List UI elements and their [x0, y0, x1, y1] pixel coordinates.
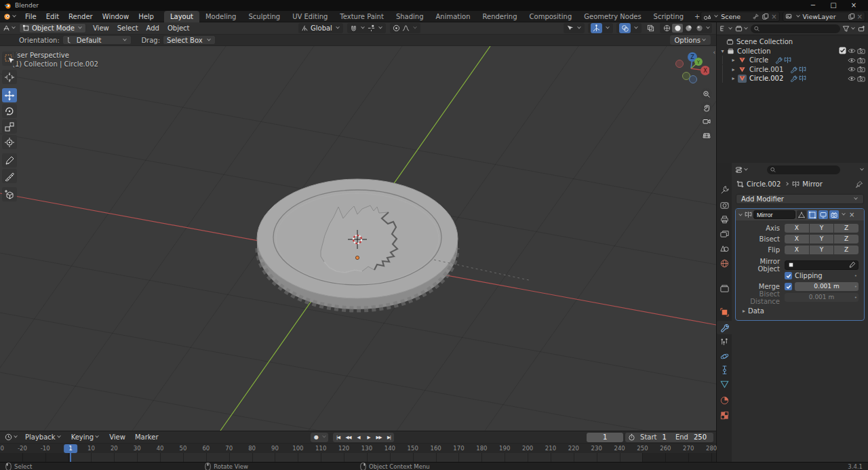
- tool-add-cube[interactable]: [2, 187, 17, 201]
- playhead-line[interactable]: [70, 453, 71, 462]
- viewport-menu-view[interactable]: View: [89, 22, 113, 35]
- editor-type-button[interactable]: [3, 24, 16, 32]
- animate-dot[interactable]: •: [854, 284, 857, 290]
- minimize-button[interactable]: −: [803, 0, 823, 11]
- properties-tab-object[interactable]: [717, 305, 732, 319]
- properties-tab-texture[interactable]: [717, 408, 732, 422]
- jump-to-start-button[interactable]: |◀: [333, 433, 343, 442]
- tab-geometry-nodes[interactable]: Geometry Nodes: [578, 11, 647, 22]
- outliner-row-scene-collection[interactable]: Scene Collection: [717, 37, 868, 47]
- merge-checkbox[interactable]: [785, 283, 792, 290]
- transform-orientation-dropdown[interactable]: Global: [298, 23, 343, 33]
- end-frame-field[interactable]: End250: [671, 433, 711, 441]
- shading-wireframe-icon[interactable]: [661, 24, 672, 33]
- timeline-menu-playback[interactable]: Playback: [20, 431, 66, 443]
- tool-cursor[interactable]: [2, 70, 17, 84]
- viewport-menu-select[interactable]: Select: [113, 22, 142, 35]
- visibility-dropdown[interactable]: [564, 23, 585, 33]
- play-reverse-button[interactable]: ◀: [353, 433, 363, 442]
- display-realtime-toggle[interactable]: [818, 210, 828, 219]
- timeline-ruler[interactable]: -30-20-101020304050607080901001101201301…: [0, 443, 716, 453]
- camera-icon[interactable]: [857, 75, 865, 82]
- properties-tab-view-layer[interactable]: [717, 227, 732, 241]
- clipping-checkbox[interactable]: [785, 272, 792, 279]
- menu-file[interactable]: File: [20, 13, 41, 20]
- show-overlays-icon[interactable]: [619, 23, 631, 33]
- properties-tab-data[interactable]: [717, 377, 732, 391]
- properties-tab-material[interactable]: [717, 393, 732, 407]
- proportional-edit-group[interactable]: [390, 23, 420, 33]
- auto-key-group[interactable]: ●: [311, 433, 328, 442]
- expand-icon[interactable]: ▸: [730, 66, 736, 73]
- tool-move[interactable]: [2, 88, 17, 102]
- navigation-gizmo[interactable]: Z Y X: [671, 47, 709, 85]
- exclude-checkbox[interactable]: [839, 47, 846, 56]
- jump-to-end-button[interactable]: ▶|: [384, 433, 394, 442]
- properties-options-chevron[interactable]: [860, 167, 864, 171]
- add-modifier-button[interactable]: Add Modifier: [736, 194, 864, 204]
- blender-app-menu[interactable]: [0, 13, 20, 20]
- tab-compositing[interactable]: Compositing: [524, 11, 578, 22]
- flip-z-button[interactable]: Z: [834, 246, 859, 254]
- merge-threshold-field[interactable]: 0.001 m: [795, 282, 859, 291]
- xray-toggle-icon[interactable]: [645, 23, 656, 33]
- eye-icon[interactable]: [848, 66, 856, 73]
- timeline-menu-keying[interactable]: Keying: [66, 431, 105, 443]
- current-frame-field[interactable]: 1: [587, 433, 623, 442]
- options-button[interactable]: Options: [670, 35, 711, 45]
- outliner-row-circle.002[interactable]: ▸Circle.002: [717, 74, 868, 83]
- modifier-close-icon[interactable]: ×: [848, 211, 856, 218]
- remove-viewlayer-icon[interactable]: ×: [857, 13, 863, 20]
- sidebar-toggle-icon[interactable]: ‹: [713, 49, 715, 56]
- tool-scale[interactable]: [2, 119, 17, 134]
- shading-solid-icon[interactable]: [672, 24, 683, 33]
- display-render-toggle[interactable]: [829, 210, 839, 219]
- menu-render[interactable]: Render: [64, 13, 98, 20]
- tab-scripting[interactable]: Scripting: [648, 11, 690, 22]
- properties-editor-type-button[interactable]: [735, 166, 749, 174]
- outliner-search[interactable]: [751, 24, 840, 33]
- animate-dot[interactable]: •: [854, 273, 857, 279]
- bisect-z-button[interactable]: Z: [834, 235, 859, 243]
- viewport-menu-object[interactable]: Object: [163, 22, 194, 35]
- mode-dropdown[interactable]: Object Mode: [19, 23, 86, 33]
- display-edit-mode-toggle[interactable]: [808, 210, 817, 219]
- modifier-extras-chevron[interactable]: [842, 212, 846, 216]
- nav-camera-view-button[interactable]: [701, 115, 712, 127]
- properties-search-input[interactable]: [778, 167, 837, 174]
- shading-material-icon[interactable]: [683, 24, 694, 33]
- menu-help[interactable]: Help: [134, 13, 159, 20]
- timeline-editor-type-button[interactable]: [3, 433, 20, 441]
- camera-icon[interactable]: [857, 47, 865, 54]
- scene-3d[interactable]: [0, 46, 716, 431]
- viewlayer-selector[interactable]: ViewLayer ×: [783, 12, 865, 22]
- tab-texture-paint[interactable]: Texture Paint: [334, 11, 390, 22]
- gizmo-neg-y[interactable]: [683, 73, 690, 80]
- mirror-object-field[interactable]: [785, 260, 859, 270]
- previous-keyframe-button[interactable]: ◀◀: [343, 433, 353, 442]
- show-gizmo-icon[interactable]: [591, 23, 602, 33]
- properties-tab-tool[interactable]: [717, 183, 732, 197]
- scene-selector[interactable]: Scene ×: [701, 12, 779, 22]
- pin-icon[interactable]: [856, 180, 863, 188]
- expand-icon[interactable]: ▸: [730, 75, 736, 81]
- menu-window[interactable]: Window: [98, 13, 134, 20]
- properties-search[interactable]: [767, 165, 840, 174]
- animate-dot[interactable]: •: [854, 295, 857, 300]
- copy-icon[interactable]: [848, 13, 855, 20]
- properties-tab-collection[interactable]: [717, 281, 732, 295]
- orientation-dropdown[interactable]: Default: [62, 35, 132, 45]
- outliner-row-circle.001[interactable]: ▸Circle.001: [717, 65, 868, 75]
- outliner-search-input[interactable]: [762, 25, 837, 32]
- gizmo-neg-z[interactable]: [690, 76, 697, 83]
- eyedropper-icon[interactable]: [848, 261, 856, 269]
- record-icon[interactable]: ●: [312, 434, 321, 440]
- properties-tab-particles[interactable]: [717, 335, 732, 349]
- viewport-menu-add[interactable]: Add: [142, 22, 163, 35]
- eye-icon[interactable]: [848, 47, 856, 54]
- axis-y-button[interactable]: Y: [810, 224, 834, 233]
- close-button[interactable]: ×: [844, 0, 864, 11]
- menu-edit[interactable]: Edit: [41, 13, 64, 20]
- disc-object[interactable]: [257, 179, 529, 309]
- properties-tab-constraints[interactable]: [717, 363, 732, 376]
